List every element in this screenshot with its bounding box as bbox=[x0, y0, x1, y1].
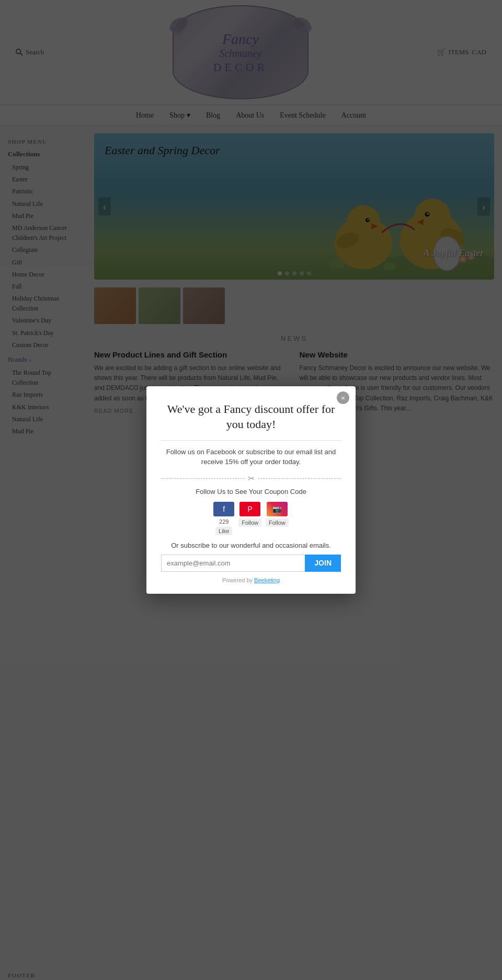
popup-scissors-row: ✂ bbox=[161, 474, 341, 483]
scissors-icon: ✂ bbox=[245, 474, 258, 483]
instagram-label: Follow bbox=[266, 518, 289, 527]
email-row: JOIN bbox=[161, 555, 341, 572]
pinterest-follow-button[interactable]: P Follow bbox=[238, 502, 261, 535]
scissors-line-left bbox=[161, 478, 245, 479]
popup-body-text: Follow us on Facebook or subscribe to ou… bbox=[161, 447, 341, 467]
popup-overlay: × We've got a Fancy discount offer for y… bbox=[0, 0, 502, 980]
beeketing-link[interactable]: Beeketing bbox=[254, 577, 280, 583]
facebook-count: 229 bbox=[219, 518, 229, 525]
email-input[interactable] bbox=[161, 555, 305, 572]
powered-by: Powered by Beeketing bbox=[161, 577, 341, 583]
popup-divider bbox=[161, 440, 341, 441]
facebook-label: Like bbox=[215, 527, 232, 535]
pinterest-label: Follow bbox=[238, 518, 261, 527]
facebook-follow-button[interactable]: f 229 Like bbox=[213, 502, 234, 535]
instagram-follow-button[interactable]: 📷 Follow bbox=[266, 502, 289, 535]
popup-title: We've got a Fancy discount offer for you… bbox=[161, 402, 341, 432]
pinterest-icon: P bbox=[239, 502, 260, 516]
scissors-line-right bbox=[258, 478, 341, 479]
popup-close-button[interactable]: × bbox=[337, 391, 349, 404]
facebook-icon: f bbox=[213, 502, 234, 516]
social-buttons-row: f 229 Like P Follow 📷 bbox=[161, 502, 341, 535]
instagram-icon: 📷 bbox=[267, 502, 288, 516]
popup-coupon-label: Follow Us to See Your Coupon Code bbox=[161, 488, 341, 495]
join-button[interactable]: JOIN bbox=[305, 555, 341, 572]
popup-modal: × We've got a Fancy discount offer for y… bbox=[146, 386, 356, 593]
popup-or-text: Or subscribe to our wonderful and occasi… bbox=[161, 541, 341, 549]
